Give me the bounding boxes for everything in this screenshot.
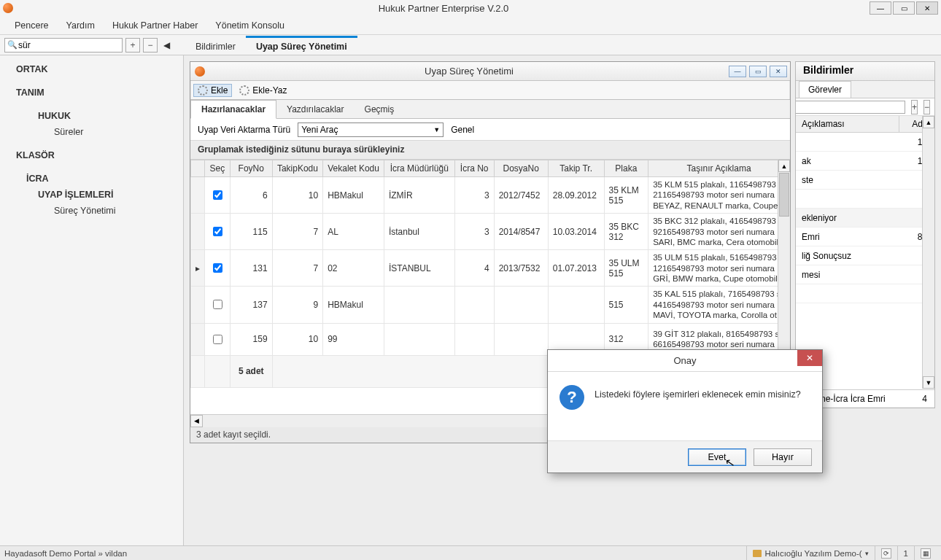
tree-item[interactable]: KLASÖR [0,147,183,163]
notif-col-desc[interactable]: Açıklaması [796,116,899,132]
transfer-type-combo[interactable]: Yeni Araç ▼ [298,122,444,137]
folder-icon [753,550,762,557]
mdi-title: Uyap Süreç Yönetimi [209,66,729,77]
grid-column-header[interactable]: TakipKodu [272,160,323,177]
tab-gecmis[interactable]: Geçmiş [355,101,405,118]
scroll-up-icon[interactable]: ▲ [778,160,790,172]
notifications-filter-input[interactable] [795,101,905,114]
menu-pencere[interactable]: Pencere [15,20,49,31]
search-remove-button[interactable]: − [143,38,158,52]
table-row[interactable]: 610HBMakulİZMİR32012/745228.09.201235 KL… [191,177,790,214]
dialog-close-button[interactable]: ✕ [797,350,822,366]
ekle-yaz-button[interactable]: Ekle-Yaz [235,84,291,97]
table-row[interactable]: ▸131702İSTANBUL42013/753201.07.201335 UL… [191,250,790,287]
app-icon [3,3,13,13]
grid-column-header[interactable]: İcra Müdürlüğü [384,160,454,177]
window-maximize-button[interactable]: ▭ [893,1,915,15]
notif-vertical-scrollbar[interactable]: ▲ ▼ [922,116,934,389]
notif-remove-button[interactable]: − [923,100,930,114]
dialog-title: Onay [673,355,696,366]
grid-column-header[interactable] [191,160,205,177]
grid-column-header[interactable]: FoyNo [230,160,272,177]
grid-column-header[interactable]: Taşınır Açıklama [648,160,790,177]
dialog-yes-button[interactable]: Evet [688,448,746,466]
filter-extra[interactable]: Genel [451,125,474,135]
tree-item[interactable]: HUKUK [0,108,183,124]
grid-column-header[interactable]: Seç [205,160,231,177]
notification-row[interactable]: 2 [796,284,934,303]
search-icon: 🔍 [7,40,18,50]
tree-item[interactable]: Süreç Yönetimi [0,203,183,219]
scroll-thumb[interactable] [779,173,789,217]
group-by-area[interactable]: Gruplamak istediğiniz sütunu buraya sürü… [190,141,790,160]
chevron-down-icon: ▼ [433,126,440,133]
notification-row[interactable]: ak16 [796,152,934,171]
tab-uyap-surec[interactable]: Uyap Süreç Yönetimi [246,36,357,55]
scroll-left-icon[interactable]: ◀ [190,415,203,427]
tab-bildirimler[interactable]: Bildirimler [185,36,246,55]
toolbar-row: 🔍 + − ◀ Bildirimler Uyap Süreç Yönetimi [0,35,941,55]
dialog-no-button[interactable]: Hayır [754,448,812,466]
row-select-checkbox[interactable] [213,300,222,309]
status-org-combo[interactable]: Halıcıoğlu Yazılım Demo-( ▾ [746,546,874,560]
spinner-icon [239,85,249,96]
ekle-button[interactable]: Ekle [193,84,232,97]
grid-column-header[interactable]: Takip Tr. [548,160,604,177]
grid-column-header[interactable]: Vekalet Kodu [323,160,384,177]
question-icon: ? [559,385,584,410]
notif-footer-count: 4 [899,394,934,404]
mdi-tabs: Hazırlanacaklar Yazdırılacaklar Geçmiş [190,100,790,119]
notif-add-button[interactable]: + [911,100,918,114]
notification-row[interactable]: mesi2 [796,265,934,284]
search-add-button[interactable]: + [125,38,140,52]
table-row[interactable]: 1157ALİstanbul32014/854710.03.201435 BKC… [191,214,790,250]
mdi-icon [195,66,205,77]
mdi-close-button[interactable]: ✕ [770,66,787,77]
notification-row[interactable]: liğ Sonuçsuz4 [796,246,934,265]
row-select-checkbox[interactable] [213,335,222,344]
menu-yardim[interactable]: Yardım [66,20,95,31]
notification-row[interactable]: ekleniyor [796,209,934,228]
tab-hazirlanacaklar[interactable]: Hazırlanacaklar [190,100,276,119]
scroll-up-icon[interactable]: ▲ [923,116,934,128]
statusbar: Hayadasoft Demo Portal » vildan Halıcıoğ… [0,545,941,560]
row-select-checkbox[interactable] [213,227,222,236]
mdi-maximize-button[interactable]: ▭ [749,66,767,77]
grid-column-header[interactable]: Plaka [604,160,648,177]
notification-row[interactable]: 15 [796,133,934,152]
tab-yazdirilacaklar[interactable]: Yazdırılacaklar [276,101,354,118]
window-minimize-button[interactable]: — [870,1,891,15]
dialog-message: Listedeki föylere işemirleri eklenecek e… [595,385,801,400]
tab-gorevler[interactable]: Görevler [799,81,851,98]
status-layout-icon[interactable]: ▦ [921,548,931,559]
filter-label: Uyap Veri Aktarma Türü [198,125,290,135]
tree-item[interactable]: ORTAK [0,61,183,77]
sidebar-collapse-button[interactable]: ◀ [160,38,172,52]
titlebar: Hukuk Partner Enterprise V.2.0 — ▭ ✕ [0,0,941,16]
scroll-down-icon[interactable]: ▼ [923,376,934,389]
mdi-minimize-button[interactable]: — [729,66,746,77]
notification-row[interactable]: 3 [796,190,934,209]
notifications-title: Bildirimler [796,62,934,81]
table-row[interactable]: 1379HBMakul51535 KAL 515 plakalı, 716549… [191,287,790,323]
tree-item[interactable]: UYAP İŞLEMLERİ [0,187,183,203]
chevron-down-icon: ▾ [865,550,869,557]
grid-column-header[interactable]: DosyaNo [494,160,548,177]
tree-item[interactable]: TANIM [0,85,183,101]
menu-konsol[interactable]: Yönetim Konsolu [215,20,284,31]
row-select-checkbox[interactable] [213,263,222,273]
notification-row[interactable]: Emri80 [796,228,934,246]
row-select-checkbox[interactable] [213,190,222,200]
search-input[interactable] [4,38,123,52]
status-count: 1 [904,549,908,558]
tree-item[interactable]: İCRA [0,171,183,187]
tree-item[interactable]: Süreler [0,124,183,140]
grid-column-header[interactable]: İcra No [454,160,494,177]
main-area: Uyap Süreç Yönetimi — ▭ ✕ Ekle Ekle-Yaz … [184,55,941,545]
sidebar: ORTAKTANIMHUKUKSürelerKLASÖRİCRAUYAP İŞL… [0,55,184,545]
status-chip-icon[interactable]: ⟳ [881,548,891,559]
mdi-titlebar: Uyap Süreç Yönetimi — ▭ ✕ [190,62,790,81]
menu-haber[interactable]: Hukuk Partner Haber [112,20,198,31]
notification-row[interactable]: ste2 [796,171,934,190]
window-close-button[interactable]: ✕ [916,1,938,15]
